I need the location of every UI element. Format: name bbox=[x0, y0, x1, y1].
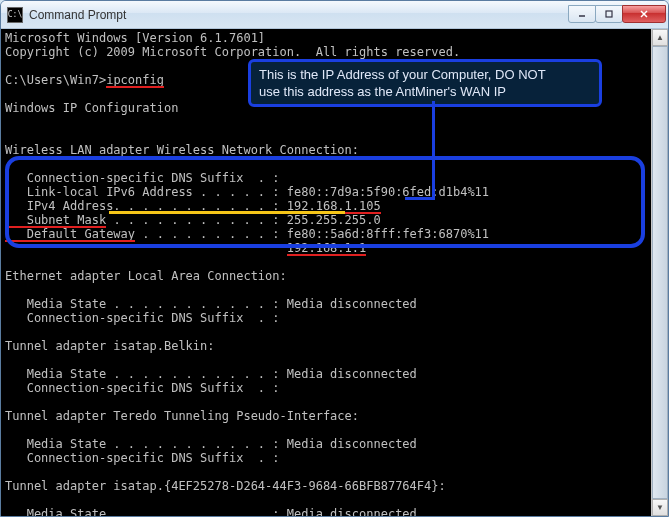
wlan-subnet-dots: . . . . . . . . . . . : bbox=[106, 213, 279, 227]
scroll-up-button[interactable]: ▲ bbox=[652, 29, 668, 46]
maximize-button[interactable] bbox=[595, 5, 623, 23]
teredo-media: Media State . . . . . . . . . . . : Medi… bbox=[5, 437, 417, 451]
lan-media-state: Media State . . . . . . . . . . . : Medi… bbox=[5, 297, 417, 311]
wlan-gateway-v6: fe80::5a6d:8fff:fef3:6870%11 bbox=[287, 227, 489, 241]
teredo-heading: Tunnel adapter Teredo Tunneling Pseudo-I… bbox=[5, 409, 359, 423]
scrollbar[interactable]: ▲ ▼ bbox=[651, 29, 668, 516]
minimize-button[interactable] bbox=[568, 5, 596, 23]
cmd-icon: C:\ bbox=[7, 7, 23, 23]
wlan-subnet-value: 255.255.255.0 bbox=[287, 213, 381, 227]
isatap1-media: Media State . . . . . . . . . . . : Medi… bbox=[5, 367, 417, 381]
wlan-gateway-dots: . . . . . . . . . : bbox=[135, 227, 280, 241]
callout-connector-vert bbox=[432, 101, 435, 199]
wlan-subnet-label: Subnet Mask bbox=[5, 213, 106, 227]
close-button[interactable] bbox=[622, 5, 666, 23]
callout-connector-horz bbox=[405, 197, 435, 200]
scroll-thumb[interactable] bbox=[652, 46, 668, 499]
callout-line2: use this address as the AntMiner's WAN I… bbox=[259, 84, 506, 99]
command-typed: ipconfig bbox=[106, 73, 164, 87]
window-frame: C:\ Command Prompt Microsoft Windows [Ve… bbox=[0, 0, 669, 517]
wlan-gateway-v4-pad bbox=[5, 241, 287, 255]
copyright-line: Copyright (c) 2009 Microsoft Corporation… bbox=[5, 45, 460, 59]
wlan-dns-suffix: Connection-specific DNS Suffix . : bbox=[5, 171, 280, 185]
svg-rect-1 bbox=[606, 11, 612, 17]
wlan-adapter-heading: Wireless LAN adapter Wireless Network Co… bbox=[5, 143, 359, 157]
annotation-yellow-line bbox=[109, 211, 345, 214]
window-title: Command Prompt bbox=[29, 8, 569, 22]
isatap1-heading: Tunnel adapter isatap.Belkin: bbox=[5, 339, 215, 353]
annotation-callout: This is the IP Address of your Computer,… bbox=[248, 59, 602, 107]
isatap2-media: Media State . . . . . . . . . . . : Medi… bbox=[5, 507, 417, 516]
prompt-path: C:\Users\Win7> bbox=[5, 73, 106, 87]
window-button-group bbox=[569, 5, 666, 25]
wlan-gateway-v4: 192.168.1.1 bbox=[287, 241, 366, 255]
callout-line1: This is the IP Address of your Computer,… bbox=[259, 67, 546, 82]
isatap1-dns: Connection-specific DNS Suffix . : bbox=[5, 381, 280, 395]
isatap2-heading: Tunnel adapter isatap.{4EF25278-D264-44F… bbox=[5, 479, 446, 493]
ipconfig-title: Windows IP Configuration bbox=[5, 101, 178, 115]
lan-dns-suffix: Connection-specific DNS Suffix . : bbox=[5, 311, 280, 325]
wlan-gateway-label: Default Gateway bbox=[5, 227, 135, 241]
titlebar[interactable]: C:\ Command Prompt bbox=[1, 1, 668, 29]
lan-adapter-heading: Ethernet adapter Local Area Connection: bbox=[5, 269, 287, 283]
os-header: Microsoft Windows [Version 6.1.7601] bbox=[5, 31, 265, 45]
teredo-dns: Connection-specific DNS Suffix . : bbox=[5, 451, 280, 465]
scroll-down-button[interactable]: ▼ bbox=[652, 499, 668, 516]
